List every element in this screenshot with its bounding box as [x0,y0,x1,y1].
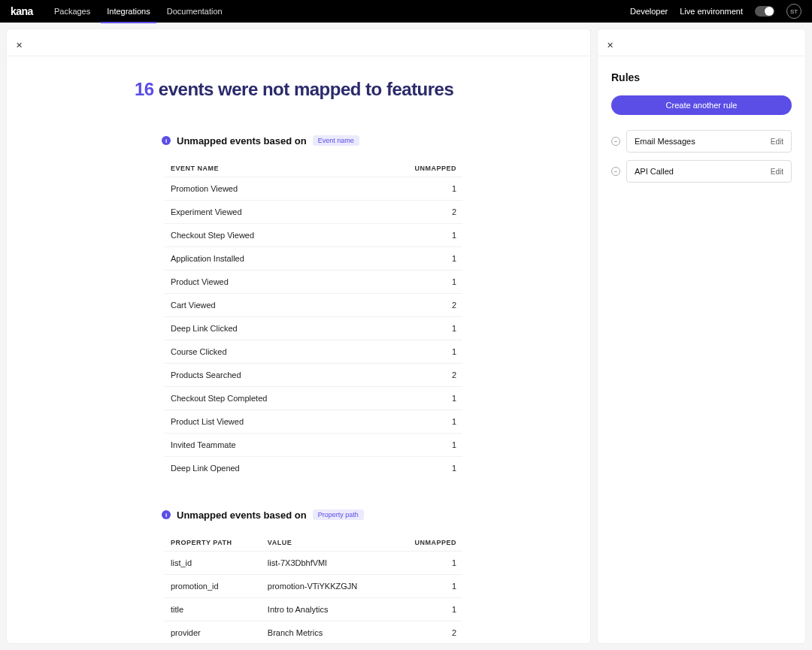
table-row[interactable]: Deep Link Opened1 [165,456,462,479]
remove-rule-icon[interactable]: − [611,167,620,176]
section-chip: Property path [313,509,364,520]
col-unmapped: UNMAPPED [364,160,462,177]
event-name-cell: Checkout Step Viewed [165,223,364,246]
rule-box[interactable]: API CalledEdit [626,160,792,183]
value-cell: promotion-VTiYKKZGJN [262,574,393,597]
event-name-cell: Promotion Viewed [165,177,364,200]
main-panel-header [7,29,590,56]
table-row[interactable]: Experiment Viewed2 [165,200,462,223]
page-title: 16 events were not mapped to features [135,79,462,101]
table-row[interactable]: Checkout Step Viewed1 [165,223,462,246]
event-name-cell: Experiment Viewed [165,200,364,223]
remove-rule-icon[interactable]: − [611,137,620,146]
rule-name: API Called [635,167,674,176]
environment-toggle[interactable] [755,6,774,17]
section-title: Unmapped events based on [177,135,307,147]
nav-right: Developer Live environment ST [630,4,801,19]
col-event-name: EVENT NAME [165,160,364,177]
unmapped-cell: 1 [364,410,462,433]
unmapped-cell: 1 [364,246,462,270]
event-name-cell: Product List Viewed [165,410,364,433]
property-path-cell: title [165,597,262,621]
event-name-cell: Cart Viewed [165,293,364,316]
create-rule-button[interactable]: Create another rule [611,95,792,115]
unmapped-cell: 1 [364,223,462,246]
unmapped-cell: 1 [364,386,462,410]
event-name-cell: Deep Link Opened [165,456,364,479]
property-path-cell: promotion_id [165,574,262,597]
rules-panel-body: Rules Create another rule −Email Message… [598,56,805,643]
table-row[interactable]: Promotion Viewed1 [165,177,462,200]
rule-name: Email Messages [635,137,695,146]
close-icon[interactable] [607,38,617,48]
main-panel-body: 16 events were not mapped to features i … [7,56,590,643]
section-chip: Event name [313,135,359,146]
value-cell: Branch Metrics [262,621,393,643]
event-name-cell: Products Searched [165,363,364,386]
event-name-table: EVENT NAME UNMAPPED Promotion Viewed1Exp… [165,160,462,479]
unmapped-event-name-section: i Unmapped events based on Event name EV… [165,135,462,479]
col-unmapped: UNMAPPED [393,534,462,552]
rule-row: −Email MessagesEdit [611,130,792,153]
table-row[interactable]: titleIntro to Analytics1 [165,597,462,621]
rule-box[interactable]: Email MessagesEdit [626,130,792,153]
unmapped-cell: 1 [364,433,462,456]
table-row[interactable]: Checkout Step Completed1 [165,386,462,410]
table-row[interactable]: Deep Link Clicked1 [165,316,462,340]
top-nav: kana Packages Integrations Documentation… [0,0,812,23]
unmapped-cell: 2 [364,363,462,386]
unmapped-count: 16 [135,79,154,99]
unmapped-cell: 1 [364,316,462,340]
unmapped-cell: 1 [393,574,462,597]
section-header: i Unmapped events based on Property path [162,509,462,521]
unmapped-cell: 1 [364,270,462,293]
value-cell: Intro to Analytics [262,597,393,621]
nav-integrations[interactable]: Integrations [107,0,150,23]
table-row[interactable]: Product List Viewed1 [165,410,462,433]
table-row[interactable]: Invited Teammate1 [165,433,462,456]
unmapped-property-path-section: i Unmapped events based on Property path… [165,509,462,643]
table-row[interactable]: Products Searched2 [165,363,462,386]
unmapped-cell: 2 [393,621,462,643]
close-icon[interactable] [16,38,26,48]
event-name-cell: Invited Teammate [165,433,364,456]
event-name-cell: Checkout Step Completed [165,386,364,410]
section-header: i Unmapped events based on Event name [162,135,462,147]
unmapped-cell: 1 [364,340,462,363]
rule-row: −API CalledEdit [611,160,792,183]
table-row[interactable]: Cart Viewed2 [165,293,462,316]
property-path-table: PROPERTY PATH VALUE UNMAPPED list_idlist… [165,534,462,643]
table-row[interactable]: providerBranch Metrics2 [165,621,462,643]
info-icon: i [162,136,171,145]
table-row[interactable]: Application Installed1 [165,246,462,270]
nav-packages[interactable]: Packages [54,0,90,23]
rules-panel-header [598,29,805,56]
title-text: events were not mapped to features [154,79,454,99]
table-row[interactable]: promotion_idpromotion-VTiYKKZGJN1 [165,574,462,597]
section-title: Unmapped events based on [177,509,307,521]
unmapped-cell: 2 [364,200,462,223]
col-property-path: PROPERTY PATH [165,534,262,552]
logo: kana [11,5,33,17]
user-avatar[interactable]: ST [786,4,801,19]
nav-documentation[interactable]: Documentation [167,0,223,23]
rules-panel: Rules Create another rule −Email Message… [597,29,806,644]
table-row[interactable]: Course Clicked1 [165,340,462,363]
property-path-cell: list_id [165,551,262,574]
table-row[interactable]: Product Viewed1 [165,270,462,293]
unmapped-cell: 1 [364,177,462,200]
nav-links: Packages Integrations Documentation [54,0,223,23]
info-icon: i [162,510,171,519]
rule-edit-link[interactable]: Edit [771,168,783,176]
event-name-cell: Course Clicked [165,340,364,363]
unmapped-cell: 1 [393,551,462,574]
environment-label: Live environment [680,7,743,16]
event-name-cell: Deep Link Clicked [165,316,364,340]
nav-developer[interactable]: Developer [630,7,668,16]
rules-title: Rules [611,71,792,83]
table-row[interactable]: list_idlist-7X3DbhfVMl1 [165,551,462,574]
unmapped-cell: 1 [364,456,462,479]
rule-edit-link[interactable]: Edit [771,138,783,146]
main-panel: 16 events were not mapped to features i … [6,29,591,644]
event-name-cell: Product Viewed [165,270,364,293]
